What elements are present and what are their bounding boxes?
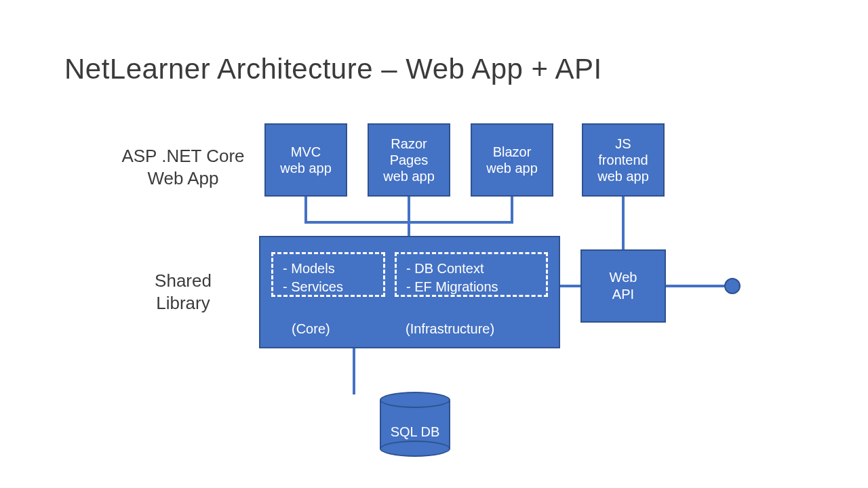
box-js: JS frontend web app xyxy=(582,123,665,197)
infra-items: - DB Context - EF Migrations xyxy=(406,260,539,296)
box-mvc: MVC web app xyxy=(264,123,347,197)
slide-title: NetLearner Architecture – Web App + API xyxy=(64,53,602,85)
connector xyxy=(511,197,513,224)
connector xyxy=(666,285,728,287)
box-shared-library: - Models - Services - DB Context - EF Mi… xyxy=(259,236,560,348)
connector xyxy=(304,197,307,224)
box-core: - Models - Services xyxy=(271,252,385,297)
connector xyxy=(353,348,355,394)
connector xyxy=(560,285,580,287)
connector xyxy=(408,197,410,224)
row-label-webapp: ASP .NET Core Web App xyxy=(115,145,251,189)
db-label: SQL DB xyxy=(380,424,450,440)
label-infra: (Infrastructure) xyxy=(406,321,494,337)
connector xyxy=(622,197,625,249)
box-infrastructure: - DB Context - EF Migrations xyxy=(395,252,548,297)
row-label-shared: Shared Library xyxy=(136,270,231,314)
core-items: - Models - Services xyxy=(283,260,376,296)
box-blazor: Blazor web app xyxy=(471,123,553,197)
box-web-api: Web API xyxy=(580,249,666,323)
box-sql-db: SQL DB xyxy=(380,392,450,457)
label-core: (Core) xyxy=(292,321,330,337)
connector xyxy=(408,221,410,236)
box-razor: Razor Pages web app xyxy=(368,123,450,197)
endpoint-icon xyxy=(724,278,741,294)
